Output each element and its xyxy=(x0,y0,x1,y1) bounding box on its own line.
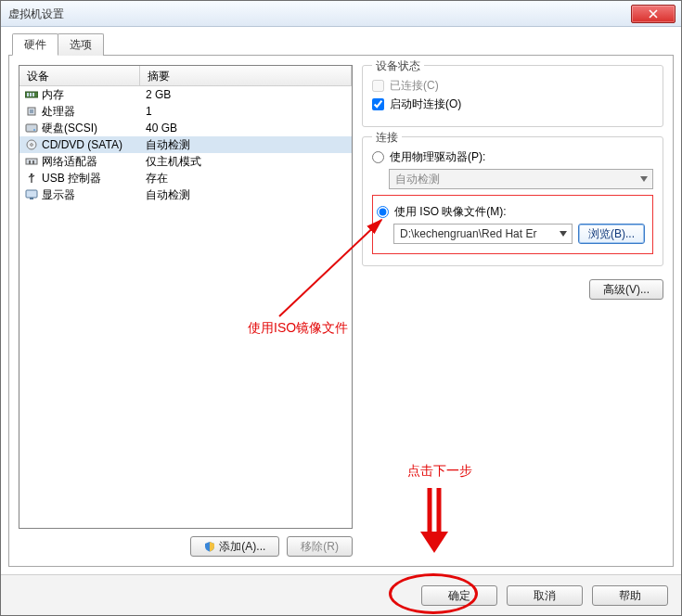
row-physical-drive[interactable]: 使用物理驱动器(P): xyxy=(372,149,653,165)
titlebar: 虚拟机设置 xyxy=(1,1,681,27)
legend-device-status: 设备状态 xyxy=(372,58,424,74)
row-connect-on-start[interactable]: 启动时连接(O) xyxy=(372,96,653,112)
tab-pane: 设备 摘要 内存2 GB处理器1硬盘(SCSI)40 GBCD/DVD (SAT… xyxy=(8,55,674,567)
usb-icon xyxy=(25,173,38,184)
checkbox-connect-on-start[interactable] xyxy=(372,98,384,110)
close-button[interactable] xyxy=(631,5,676,23)
device-row[interactable]: USB 控制器存在 xyxy=(19,170,352,186)
iso-path-value: D:\kechengruan\Red Hat Er xyxy=(400,227,536,240)
row-iso-path: D:\kechengruan\Red Hat Er 浏览(B)... xyxy=(393,224,645,244)
device-summary: 自动检测 xyxy=(146,136,190,153)
label-iso: 使用 ISO 映像文件(M): xyxy=(394,204,507,220)
shield-icon xyxy=(204,541,215,552)
chevron-down-icon xyxy=(640,176,648,182)
help-button[interactable]: 帮助 xyxy=(592,585,668,606)
device-list-header: 设备 摘要 xyxy=(19,66,352,86)
device-name: CD/DVD (SATA) xyxy=(42,136,122,153)
ok-button[interactable]: 确定 xyxy=(421,585,497,606)
svg-rect-5 xyxy=(30,109,33,113)
combo-physical-value: 自动检测 xyxy=(395,172,440,187)
svg-rect-3 xyxy=(32,93,34,96)
display-icon xyxy=(25,189,38,200)
svg-rect-2 xyxy=(30,93,32,96)
device-name: 内存 xyxy=(42,86,64,103)
tab-strip: 硬件 选项 xyxy=(8,32,674,55)
advanced-row: 高级(V)... xyxy=(362,279,663,300)
row-connected[interactable]: 已连接(C) xyxy=(372,78,653,94)
label-connected: 已连接(C) xyxy=(390,78,439,94)
ok-button-label: 确定 xyxy=(448,588,470,603)
device-summary: 40 GB xyxy=(146,120,177,136)
advanced-button-label: 高级(V)... xyxy=(603,282,650,297)
right-column: 设备状态 已连接(C) 启动时连接(O) 连接 使用物理驱动器 xyxy=(362,65,663,557)
device-summary: 仅主机模式 xyxy=(146,153,201,170)
device-summary: 自动检测 xyxy=(146,186,190,203)
cpu-icon xyxy=(25,106,38,117)
bottom-bar: 确定 取消 帮助 xyxy=(1,574,681,615)
tab-hardware[interactable]: 硬件 xyxy=(12,33,58,56)
left-button-row: 添加(A)... 移除(R) xyxy=(19,536,353,557)
device-row[interactable]: 处理器1 xyxy=(19,103,352,120)
svg-rect-15 xyxy=(30,198,33,199)
combo-physical-drive[interactable]: 自动检测 xyxy=(389,169,653,189)
device-row[interactable]: 内存2 GB xyxy=(19,86,352,103)
svg-point-7 xyxy=(33,129,35,131)
svg-rect-14 xyxy=(26,190,37,198)
device-name: 硬盘(SCSI) xyxy=(42,120,97,136)
device-list[interactable]: 设备 摘要 内存2 GB处理器1硬盘(SCSI)40 GBCD/DVD (SAT… xyxy=(19,65,353,529)
client-area: 硬件 选项 设备 摘要 内存2 GB处理器1硬盘(SCSI)40 GBCD/DV… xyxy=(1,27,681,574)
cancel-button[interactable]: 取消 xyxy=(507,585,583,606)
help-button-label: 帮助 xyxy=(619,588,641,603)
device-summary: 存在 xyxy=(146,170,168,186)
device-name: 显示器 xyxy=(42,186,75,203)
svg-rect-10 xyxy=(26,159,37,164)
cd-icon xyxy=(25,139,38,150)
label-connect-on-start: 启动时连接(O) xyxy=(390,96,461,112)
net-icon xyxy=(25,156,38,167)
close-icon xyxy=(649,9,658,19)
left-column: 设备 摘要 内存2 GB处理器1硬盘(SCSI)40 GBCD/DVD (SAT… xyxy=(19,65,353,557)
device-row[interactable]: CD/DVD (SATA)自动检测 xyxy=(19,136,352,153)
svg-rect-1 xyxy=(27,93,29,96)
svg-point-13 xyxy=(31,173,33,176)
window-title: 虚拟机设置 xyxy=(8,1,631,27)
iso-highlight-box: 使用 ISO 映像文件(M): D:\kechengruan\Red Hat E… xyxy=(372,195,653,254)
svg-rect-6 xyxy=(26,124,37,132)
header-device[interactable]: 设备 xyxy=(19,66,140,85)
checkbox-connected[interactable] xyxy=(372,80,384,92)
device-row[interactable]: 显示器自动检测 xyxy=(19,186,352,203)
memory-icon xyxy=(25,89,38,100)
device-name: 网络适配器 xyxy=(42,153,97,170)
group-connection: 连接 使用物理驱动器(P): 自动检测 使 xyxy=(362,136,663,266)
advanced-button[interactable]: 高级(V)... xyxy=(589,279,663,300)
device-name: 处理器 xyxy=(42,103,75,120)
header-summary[interactable]: 摘要 xyxy=(140,66,352,85)
radio-iso[interactable] xyxy=(377,206,389,218)
add-button[interactable]: 添加(A)... xyxy=(190,536,279,557)
cancel-button-label: 取消 xyxy=(534,588,556,603)
device-summary: 2 GB xyxy=(146,86,171,103)
svg-rect-12 xyxy=(32,160,34,164)
row-physical-combo: 自动检测 xyxy=(389,169,653,189)
row-iso[interactable]: 使用 ISO 映像文件(M): xyxy=(377,204,645,220)
combo-iso-path[interactable]: D:\kechengruan\Red Hat Er xyxy=(393,224,573,244)
tab-options[interactable]: 选项 xyxy=(58,33,104,56)
browse-button[interactable]: 浏览(B)... xyxy=(578,224,645,244)
remove-button[interactable]: 移除(R) xyxy=(287,536,353,557)
disk-icon xyxy=(25,122,38,134)
device-list-body: 内存2 GB处理器1硬盘(SCSI)40 GBCD/DVD (SATA)自动检测… xyxy=(19,86,352,528)
legend-connection: 连接 xyxy=(372,130,402,146)
svg-point-9 xyxy=(31,144,33,147)
label-physical: 使用物理驱动器(P): xyxy=(390,149,485,165)
remove-button-label: 移除(R) xyxy=(301,539,339,554)
browse-button-label: 浏览(B)... xyxy=(588,227,635,240)
device-row[interactable]: 网络适配器仅主机模式 xyxy=(19,153,352,170)
device-summary: 1 xyxy=(146,103,152,120)
vm-settings-window: 虚拟机设置 硬件 选项 设备 摘要 内存2 GB处理器1硬盘(SCSI)40 G… xyxy=(0,0,682,616)
device-row[interactable]: 硬盘(SCSI)40 GB xyxy=(19,120,352,136)
add-button-label: 添加(A)... xyxy=(219,539,265,554)
radio-physical[interactable] xyxy=(372,151,384,163)
group-device-status: 设备状态 已连接(C) 启动时连接(O) xyxy=(362,65,663,127)
device-name: USB 控制器 xyxy=(42,170,101,186)
chevron-down-icon xyxy=(560,231,567,237)
